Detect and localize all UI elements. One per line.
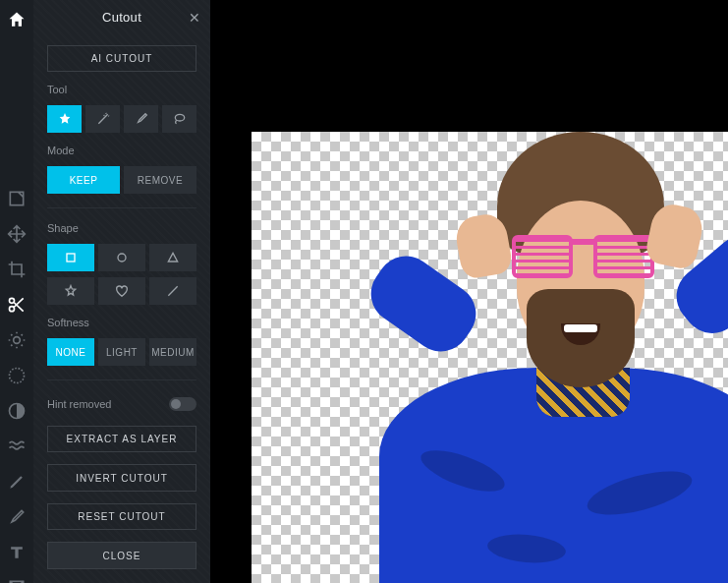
mode-section: Mode KEEP REMOVE [47,145,196,194]
shape-circle[interactable] [98,244,145,271]
panel-title: Cutout [102,10,141,25]
reset-cutout-button[interactable]: RESET CUTOUT [47,503,196,531]
close-icon[interactable]: ✕ [189,10,200,26]
hint-removed-label: Hint removed [47,398,111,410]
waves-icon[interactable] [7,437,27,456]
close-button[interactable]: CLOSE [47,542,196,569]
svg-point-11 [118,254,126,262]
pen-icon[interactable] [7,472,27,492]
image-edit-icon[interactable] [7,189,27,208]
softness-label: Softness [47,317,196,328]
tool-star[interactable] [47,105,82,133]
brightness-icon[interactable] [7,330,27,350]
shape-triangle[interactable] [149,244,196,271]
extract-as-layer-button[interactable]: EXTRACT AS LAYER [47,426,196,453]
divider [47,379,196,380]
mode-keep-button[interactable]: KEEP [47,166,120,194]
canvas[interactable] [252,132,728,583]
cutout-subject [291,132,728,583]
crop-icon[interactable] [7,260,27,279]
scissors-icon[interactable] [7,295,27,315]
softness-section: Softness NONE LIGHT MEDIUM [47,317,196,366]
hint-removed-toggle[interactable] [169,397,196,411]
home-icon[interactable] [7,10,27,29]
pattern-icon[interactable] [7,578,27,583]
svg-rect-10 [67,254,75,262]
left-toolbar [0,0,33,583]
shape-label: Shape [47,222,196,234]
mode-remove-button[interactable]: REMOVE [124,166,196,194]
hint-removed-row: Hint removed [47,394,196,414]
mode-label: Mode [47,145,196,156]
svg-point-9 [175,115,184,122]
invert-cutout-button[interactable]: INVERT CUTOUT [47,464,196,492]
canvas-area [210,0,728,583]
svg-point-2 [10,307,15,312]
softness-none-button[interactable]: NONE [47,338,94,366]
contrast-icon[interactable] [7,401,27,421]
svg-point-4 [10,369,25,383]
shape-line[interactable] [149,277,196,305]
svg-point-1 [10,298,15,303]
tool-lasso[interactable] [162,105,196,133]
divider [47,207,196,208]
panel-header: Cutout ✕ [33,0,210,35]
softness-light-button[interactable]: LIGHT [98,338,145,366]
svg-point-3 [14,337,21,344]
cutout-panel: Cutout ✕ AI CUTOUT Tool Mode KEEP REMOVE… [33,0,210,583]
shape-star[interactable] [47,277,94,305]
radial-icon[interactable] [7,366,27,385]
shape-square[interactable] [47,244,94,271]
paintbrush-icon[interactable] [7,507,27,527]
shutter-glasses [512,235,654,278]
tool-label: Tool [47,84,196,95]
tool-section: Tool [47,84,196,133]
text-icon[interactable] [7,543,27,562]
move-icon[interactable] [7,224,27,244]
softness-medium-button[interactable]: MEDIUM [149,338,196,366]
ai-cutout-button[interactable]: AI CUTOUT [47,45,196,73]
shape-heart[interactable] [98,277,145,305]
shape-section: Shape [47,222,196,305]
tool-brush[interactable] [124,105,158,133]
tool-wand[interactable] [85,105,120,133]
